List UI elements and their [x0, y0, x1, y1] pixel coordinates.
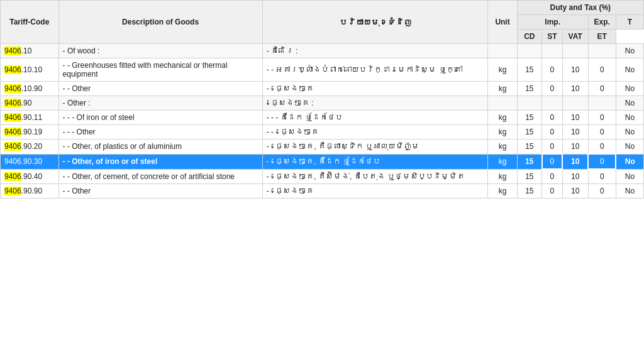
- description-cell: - - Other, of plastics or of aluminium: [58, 139, 262, 155]
- tariff-code-suffix: .10.10: [21, 65, 42, 74]
- tariff-code-cell: 9406.90.11: [1, 111, 59, 125]
- st-cell: 0: [542, 125, 563, 139]
- cd-cell: 15: [517, 184, 541, 199]
- col-header-tariff: Tariff-Code: [1, 1, 59, 44]
- tariff-code-suffix: .10.90: [21, 84, 42, 93]
- tariff-code-cell: 9406.90.20: [1, 139, 59, 155]
- cd-cell: 15: [517, 125, 541, 139]
- tariff-code-highlight: 9406: [4, 113, 21, 122]
- st-cell: [542, 44, 563, 58]
- khmer-cell: - - ផ្សេងៗគេ, គឺស៊ីម៉ង់, គឺបេតុង ឬថ្ម​សិ…: [262, 169, 488, 184]
- unit-cell: kg: [488, 154, 517, 169]
- t-cell: No: [616, 96, 643, 111]
- cd-cell: 15: [517, 169, 541, 184]
- col-header-exp: Exp.: [588, 15, 616, 30]
- vat-cell: 10: [562, 139, 588, 155]
- st-cell: 0: [542, 184, 563, 199]
- t-cell: No: [616, 184, 643, 199]
- tariff-code-highlight: 9406: [4, 142, 21, 151]
- tariff-code-cell: 9406.90.19: [1, 125, 59, 139]
- t-cell: No: [616, 125, 643, 139]
- tariff-code-cell: 9406.10.90: [1, 82, 59, 96]
- cd-cell: 15: [517, 58, 541, 82]
- et-cell: 0: [588, 58, 616, 82]
- khmer-cell: - - ផ្សេងៗគេ, គឺផ្លាស្ទិក ឬអាលុយមីញ៉ូម: [262, 139, 488, 155]
- col-header-et: ET: [588, 30, 616, 44]
- vat-cell: [562, 96, 588, 111]
- unit-cell: kg: [488, 169, 517, 184]
- tariff-table: Tariff-Code Description of Goods បរិយាយម…: [0, 0, 644, 199]
- khmer-cell: - ផ្សេងៗគេ :: [262, 96, 488, 111]
- tariff-code-cell: 9406.90.30: [1, 154, 59, 169]
- cd-cell: [517, 96, 541, 111]
- khmer-cell: - គឺដើរ :: [262, 44, 488, 58]
- tariff-code-cell: 9406.10.10: [1, 58, 59, 82]
- table-row: 9406.90.11- - - Of iron or of steel- - -…: [1, 111, 644, 125]
- t-cell: No: [616, 154, 643, 169]
- tariff-code-highlight: 9406: [4, 128, 21, 136]
- tariff-code-suffix: .90: [21, 99, 32, 107]
- table-row: 9406.10.10- - Greenhouses fitted with me…: [1, 58, 644, 82]
- col-header-khmer: បរិយាយមុខទំនិញ: [262, 1, 488, 44]
- unit-cell: [488, 44, 517, 58]
- khmer-cell: - - ផ្សេងៗគេ, គឺដែក ឬដែកថែប: [262, 154, 488, 169]
- vat-cell: [562, 44, 588, 58]
- cd-cell: 15: [517, 139, 541, 155]
- khmer-cell: - - - ផ្សេងៗគេ: [262, 125, 488, 139]
- description-cell: - - - Of iron or of steel: [58, 111, 262, 125]
- header-row-1: Tariff-Code Description of Goods បរិយាយម…: [1, 1, 644, 15]
- description-cell: - - - Other: [58, 125, 262, 139]
- tariff-code-highlight: 9406: [4, 46, 21, 55]
- unit-cell: kg: [488, 111, 517, 125]
- table-row: 9406.90.30- - Other, of iron or of steel…: [1, 154, 644, 169]
- unit-cell: [488, 96, 517, 111]
- et-cell: 0: [588, 139, 616, 155]
- tariff-code-cell: 9406.90: [1, 96, 59, 111]
- et-cell: [588, 44, 616, 58]
- vat-cell: 10: [562, 184, 588, 199]
- description-cell: - - Other: [58, 82, 262, 96]
- tariff-code-suffix: .10: [21, 46, 32, 55]
- table-row: 9406.90.20- - Other, of plastics or of a…: [1, 139, 644, 155]
- col-header-t: T: [616, 15, 643, 30]
- table-body: 9406.10- Of wood :- គឺដើរ :No9406.10.10-…: [1, 44, 644, 199]
- col-header-vat: VAT: [562, 30, 588, 44]
- et-cell: 0: [588, 111, 616, 125]
- tariff-code-highlight: 9406: [4, 65, 21, 74]
- table-row: 9406.10.90- - Other- - ផ្សេងៗគេkg150100N…: [1, 82, 644, 96]
- cd-cell: 15: [517, 154, 541, 169]
- cd-cell: 15: [517, 111, 541, 125]
- tariff-code-suffix: .90.20: [21, 142, 42, 151]
- unit-cell: kg: [488, 125, 517, 139]
- unit-cell: kg: [488, 58, 517, 82]
- et-cell: 0: [588, 169, 616, 184]
- st-cell: 0: [542, 154, 563, 169]
- t-cell: No: [616, 58, 643, 82]
- et-cell: [588, 96, 616, 111]
- tariff-code-suffix: .90.11: [21, 113, 42, 122]
- tariff-code-highlight: 9406: [4, 157, 21, 166]
- vat-cell: 10: [562, 125, 588, 139]
- unit-cell: kg: [488, 184, 517, 199]
- khmer-cell: - - អគារឃ្លាំងបំពាក់នោយបរិក្ខារមេកានិស្ម…: [262, 58, 488, 82]
- st-cell: 0: [542, 58, 563, 82]
- table-row: 9406.90.40- - Other, of cement, of concr…: [1, 169, 644, 184]
- tariff-code-highlight: 9406: [4, 84, 21, 93]
- vat-cell: 10: [562, 111, 588, 125]
- description-cell: - - Other, of cement, of concrete or of …: [58, 169, 262, 184]
- table-row: 9406.10- Of wood :- គឺដើរ :No: [1, 44, 644, 58]
- tariff-code-suffix: .90.40: [21, 172, 42, 181]
- description-cell: - Of wood :: [58, 44, 262, 58]
- st-cell: 0: [542, 82, 563, 96]
- tariff-code-highlight: 9406: [4, 187, 21, 195]
- cd-cell: [517, 44, 541, 58]
- t-cell: No: [616, 169, 643, 184]
- col-header-description: Description of Goods: [58, 1, 262, 44]
- tariff-code-suffix: .90.90: [21, 187, 42, 195]
- col-header-duty-tax: Duty and Tax (%): [517, 1, 643, 15]
- tariff-code-suffix: .90.30: [21, 157, 42, 166]
- vat-cell: 10: [562, 58, 588, 82]
- et-cell: 0: [588, 82, 616, 96]
- tariff-code-cell: 9406.90.90: [1, 184, 59, 199]
- description-cell: - - Other: [58, 184, 262, 199]
